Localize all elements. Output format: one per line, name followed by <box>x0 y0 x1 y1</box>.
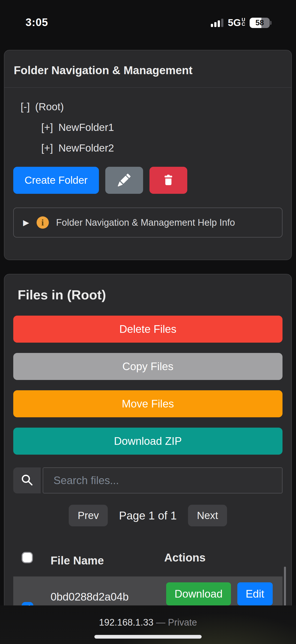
page-indicator: Page 1 of 1 <box>119 509 177 522</box>
expand-toggle[interactable]: [+] <box>41 122 53 133</box>
folder-management-card: Folder Navigation & Management [-] (Root… <box>4 50 292 260</box>
address-bar[interactable]: 192.168.1.33 — Private <box>0 617 296 628</box>
folder-card-title: Folder Navigation & Management <box>4 50 291 87</box>
files-card: Files in (Root) Delete Files Copy Files … <box>4 274 292 640</box>
folder-name[interactable]: NewFolder1 <box>58 122 114 133</box>
disclosure-triangle-icon[interactable]: ▶ <box>23 218 29 227</box>
delete-files-button[interactable]: Delete Files <box>13 316 283 343</box>
copy-files-button[interactable]: Copy Files <box>13 353 283 380</box>
battery-icon: 58 <box>250 18 272 28</box>
trash-icon <box>162 174 175 187</box>
status-bar: 3:05 5G U C 58 <box>0 0 296 37</box>
info-icon: i <box>36 216 49 229</box>
file-name-line1: 0bd0288d2a04b <box>50 590 134 604</box>
rename-folder-button[interactable] <box>105 167 143 194</box>
folder-tree: [-] (Root) [+] NewFolder1 [+] NewFolder2 <box>13 96 283 158</box>
expand-toggle[interactable]: [+] <box>41 142 53 154</box>
download-file-button[interactable]: Download <box>166 582 231 606</box>
folder-name[interactable]: NewFolder2 <box>58 142 114 154</box>
table-header: File Name Actions <box>13 550 283 570</box>
download-zip-button[interactable]: Download ZIP <box>13 428 283 455</box>
tree-item-root[interactable]: [-] (Root) <box>13 96 283 117</box>
help-label: Folder Navigation & Management Help Info <box>56 217 235 228</box>
url-host: 192.168.1.33 <box>99 617 153 628</box>
browser-bottom-bar: 192.168.1.33 — Private <box>0 606 296 644</box>
folder-name[interactable]: (Root) <box>35 101 64 113</box>
help-disclosure[interactable]: ▶ i Folder Navigation & Management Help … <box>13 208 283 238</box>
tree-item-newfolder1[interactable]: [+] NewFolder1 <box>13 117 283 138</box>
clock: 3:05 <box>25 16 48 28</box>
pencil-icon <box>118 174 131 187</box>
file-name-column-header: File Name <box>50 554 104 567</box>
move-files-button[interactable]: Move Files <box>13 390 283 417</box>
phone-screen: 3:05 5G U C 58 Folder Navigatio <box>0 0 296 644</box>
network-type-indicator: 5G U C <box>228 17 245 28</box>
cellular-signal-icon <box>211 19 223 27</box>
prev-page-button[interactable]: Prev <box>69 505 107 526</box>
delete-folder-button[interactable] <box>149 167 187 194</box>
private-browsing-label: — Private <box>156 617 197 628</box>
next-page-button[interactable]: Next <box>188 505 227 526</box>
home-indicator[interactable] <box>94 635 202 638</box>
create-folder-button[interactable]: Create Folder <box>13 167 99 194</box>
collapse-toggle[interactable]: [-] <box>21 101 30 113</box>
tree-item-newfolder2[interactable]: [+] NewFolder2 <box>13 138 283 158</box>
actions-column-header: Actions <box>164 551 206 564</box>
files-card-title: Files in (Root) <box>13 287 283 302</box>
network-type-label: 5G <box>228 17 241 28</box>
edit-file-button[interactable]: Edit <box>237 582 273 606</box>
network-sub-bottom: C <box>242 22 245 26</box>
search-icon <box>20 473 34 488</box>
scrollbar[interactable] <box>284 567 286 607</box>
battery-percentage: 58 <box>250 18 270 28</box>
search-input[interactable] <box>43 468 283 494</box>
search-icon-addon <box>13 468 41 494</box>
select-all-checkbox[interactable] <box>21 552 33 563</box>
